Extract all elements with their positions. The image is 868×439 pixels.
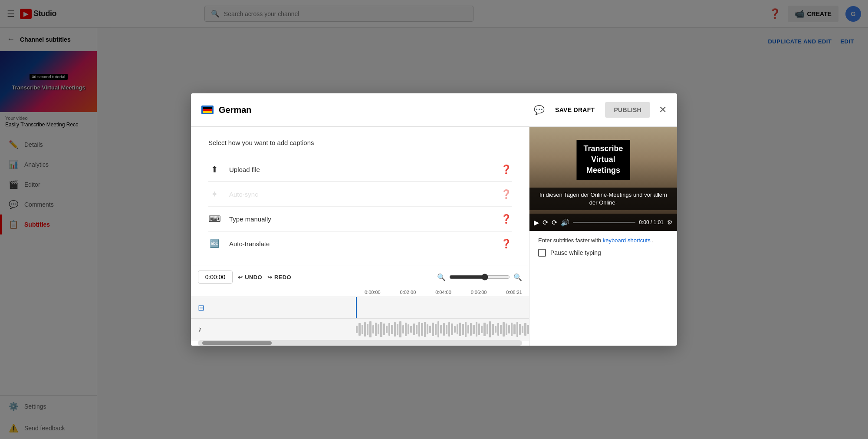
music-icon: ♪ (198, 325, 202, 334)
rewind-button[interactable]: ⟳ (542, 218, 548, 227)
dialog-body: Select how you want to add captions ⬆ Up… (191, 127, 677, 346)
auto-sync-label: Auto-sync (229, 191, 492, 198)
video-preview: TranscribeVirtualMeetings In diesen Tage… (529, 127, 677, 231)
pause-label: Pause while typing (550, 249, 601, 256)
timeline-area: 0:00:00 ↩ UNDO ↪ REDO 🔍 🔍 (191, 265, 529, 346)
scrollbar-thumb (202, 341, 272, 345)
video-settings-button[interactable]: ⚙ (667, 219, 673, 226)
auto-sync-help-icon[interactable]: ❓ (501, 189, 512, 199)
subtitle-track-content[interactable] (356, 297, 529, 318)
upload-help-icon[interactable]: ❓ (501, 164, 512, 175)
translate-icon: 🔤 (208, 239, 220, 248)
auto-translate-help-icon[interactable]: ❓ (501, 238, 512, 249)
option-list: ⬆ Upload file ❓ ✦ Auto-sync ❓ ⌨ (208, 157, 512, 256)
pause-checkbox[interactable] (538, 249, 546, 257)
auto-translate-option[interactable]: 🔤 Auto-translate ❓ (208, 231, 512, 256)
undo-button[interactable]: ↩ UNDO (238, 274, 262, 281)
dialog-title: German (219, 105, 534, 115)
auto-sync-option: ✦ Auto-sync ❓ (208, 182, 512, 207)
caption-title: Select how you want to add captions (208, 139, 512, 146)
timeline-ruler: 0:00:00 0:02:00 0:04:00 0:06:00 0:08:21 (191, 288, 529, 297)
pause-option: Pause while typing (538, 249, 668, 257)
svg-rect-1 (203, 109, 212, 111)
zoom-area: 🔍 🔍 (437, 273, 522, 281)
type-manually-option[interactable]: ⌨ Type manually ❓ (208, 207, 512, 231)
timeline-tracks: ⊟ ♪ (191, 297, 529, 340)
video-controls: ▶ ⟳ ⟳ 🔊 0:00 / 1:01 ⚙ (529, 214, 677, 231)
video-info: Enter subtitles faster with keyboard sho… (529, 231, 677, 263)
svg-rect-0 (203, 107, 212, 109)
caption-section: Select how you want to add captions ⬆ Up… (191, 127, 529, 265)
type-manually-label: Type manually (229, 215, 492, 223)
overlay: German 💬 SAVE DRAFT PUBLISH ✕ Select how… (0, 0, 868, 439)
svg-rect-2 (203, 111, 212, 113)
timeline-scrollbar[interactable] (198, 340, 522, 346)
zoom-in-icon[interactable]: 🔍 (513, 273, 522, 281)
message-icon: 💬 (534, 105, 545, 115)
keyboard-icon: ⌨ (208, 214, 220, 224)
time-info: 0:00 / 1:01 (639, 219, 664, 225)
upload-icon: ⬆ (208, 164, 220, 175)
subtitle-track-icon: ⊟ (198, 303, 204, 313)
dialog-header: German 💬 SAVE DRAFT PUBLISH ✕ (191, 93, 677, 127)
auto-sync-icon: ✦ (208, 189, 220, 199)
language-icon (201, 106, 214, 114)
dialog: German 💬 SAVE DRAFT PUBLISH ✕ Select how… (191, 93, 677, 346)
video-frame: TranscribeVirtualMeetings In diesen Tage… (529, 127, 677, 231)
zoom-out-icon[interactable]: 🔍 (437, 273, 446, 281)
waveform (356, 319, 529, 340)
subtitle-track-label: ⊟ (191, 303, 356, 313)
upload-label: Upload file (229, 166, 492, 173)
forward-button[interactable]: ⟳ (552, 218, 557, 227)
audio-track: ♪ (191, 319, 529, 340)
progress-bar[interactable] (573, 222, 635, 223)
save-draft-button[interactable]: SAVE DRAFT (550, 103, 600, 117)
timeline-controls: 0:00:00 ↩ UNDO ↪ REDO 🔍 🔍 (191, 271, 529, 288)
time-display[interactable]: 0:00:00 (198, 271, 233, 284)
audio-track-label: ♪ (191, 325, 356, 334)
subtitle-track: ⊟ (191, 297, 529, 319)
close-button[interactable]: ✕ (659, 104, 667, 116)
type-manually-help-icon[interactable]: ❓ (501, 214, 512, 224)
keyboard-shortcuts-link[interactable]: keyboard shortcuts (603, 237, 651, 244)
seek-line (356, 297, 357, 318)
subtitle-bar: In diesen Tagen der Online-Meetings und … (529, 188, 677, 210)
undo-icon: ↩ (238, 274, 243, 281)
keyboard-shortcut-text: Enter subtitles faster with keyboard sho… (538, 237, 668, 244)
auto-translate-label: Auto-translate (229, 240, 492, 248)
upload-file-option[interactable]: ⬆ Upload file ❓ (208, 157, 512, 182)
dialog-left: Select how you want to add captions ⬆ Up… (191, 127, 529, 346)
dialog-right: TranscribeVirtualMeetings In diesen Tage… (529, 127, 677, 346)
publish-button[interactable]: PUBLISH (605, 102, 650, 118)
redo-icon: ↪ (267, 274, 272, 281)
zoom-slider[interactable] (449, 274, 510, 281)
redo-button[interactable]: ↪ REDO (267, 274, 291, 281)
video-overlay-text: TranscribeVirtualMeetings (576, 140, 630, 180)
audio-track-content[interactable] (356, 319, 529, 340)
header-actions: 💬 SAVE DRAFT PUBLISH ✕ (534, 102, 667, 118)
volume-button[interactable]: 🔊 (561, 218, 569, 227)
play-button[interactable]: ▶ (534, 218, 539, 227)
